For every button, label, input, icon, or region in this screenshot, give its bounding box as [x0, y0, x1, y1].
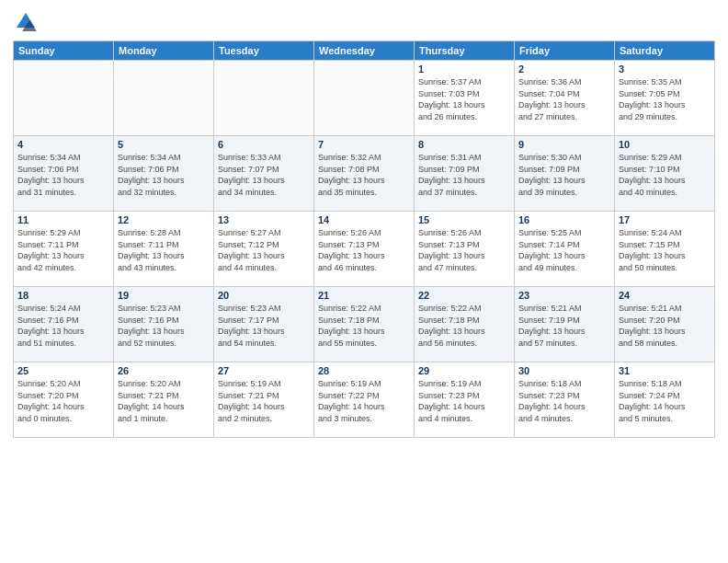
day-info: Sunrise: 5:30 AM Sunset: 7:09 PM Dayligh…: [518, 152, 610, 198]
day-info: Sunrise: 5:20 AM Sunset: 7:21 PM Dayligh…: [118, 378, 210, 424]
day-info: Sunrise: 5:19 AM Sunset: 7:22 PM Dayligh…: [318, 378, 410, 424]
calendar-day-cell: 7Sunrise: 5:32 AM Sunset: 7:08 PM Daylig…: [314, 136, 415, 212]
day-info: Sunrise: 5:29 AM Sunset: 7:11 PM Dayligh…: [17, 227, 109, 273]
day-number: 2: [518, 63, 610, 75]
day-info: Sunrise: 5:24 AM Sunset: 7:15 PM Dayligh…: [619, 227, 711, 273]
day-info: Sunrise: 5:18 AM Sunset: 7:24 PM Dayligh…: [619, 378, 711, 424]
day-info: Sunrise: 5:26 AM Sunset: 7:13 PM Dayligh…: [418, 227, 510, 273]
day-number: 18: [17, 290, 109, 301]
weekday-header-cell: Friday: [515, 41, 615, 61]
day-info: Sunrise: 5:29 AM Sunset: 7:10 PM Dayligh…: [619, 152, 711, 198]
weekday-header-cell: Saturday: [615, 41, 715, 61]
day-number: 30: [518, 365, 610, 376]
day-number: 8: [418, 139, 510, 150]
weekday-header-cell: Tuesday: [214, 41, 314, 61]
day-number: 5: [118, 139, 210, 150]
day-number: 29: [418, 365, 510, 376]
calendar-day-cell: 10Sunrise: 5:29 AM Sunset: 7:10 PM Dayli…: [615, 136, 715, 212]
day-number: 19: [118, 290, 210, 301]
day-number: 22: [418, 290, 510, 301]
calendar-day-cell: 4Sunrise: 5:34 AM Sunset: 7:06 PM Daylig…: [14, 136, 114, 212]
day-number: 3: [619, 63, 711, 75]
day-info: Sunrise: 5:23 AM Sunset: 7:16 PM Dayligh…: [118, 303, 210, 349]
calendar-week-row: 18Sunrise: 5:24 AM Sunset: 7:16 PM Dayli…: [14, 287, 715, 362]
header: [13, 9, 715, 35]
day-number: 16: [518, 214, 610, 225]
day-info: Sunrise: 5:32 AM Sunset: 7:08 PM Dayligh…: [318, 152, 410, 198]
day-info: Sunrise: 5:27 AM Sunset: 7:12 PM Dayligh…: [218, 227, 310, 273]
calendar-day-cell: 1Sunrise: 5:37 AM Sunset: 7:03 PM Daylig…: [415, 61, 515, 136]
day-number: 15: [418, 214, 510, 225]
day-info: Sunrise: 5:34 AM Sunset: 7:06 PM Dayligh…: [118, 152, 210, 198]
calendar-day-cell: 25Sunrise: 5:20 AM Sunset: 7:20 PM Dayli…: [14, 362, 114, 438]
day-number: 25: [17, 365, 109, 376]
day-number: 9: [518, 139, 610, 150]
calendar-day-cell: 18Sunrise: 5:24 AM Sunset: 7:16 PM Dayli…: [14, 287, 114, 362]
calendar-day-cell: 15Sunrise: 5:26 AM Sunset: 7:13 PM Dayli…: [415, 212, 515, 287]
day-number: 23: [518, 290, 610, 301]
day-info: Sunrise: 5:25 AM Sunset: 7:14 PM Dayligh…: [518, 227, 610, 273]
day-info: Sunrise: 5:18 AM Sunset: 7:23 PM Dayligh…: [518, 378, 610, 424]
day-number: 31: [619, 365, 711, 376]
calendar-page: SundayMondayTuesdayWednesdayThursdayFrid…: [0, 0, 728, 563]
calendar-day-cell: 21Sunrise: 5:22 AM Sunset: 7:18 PM Dayli…: [314, 287, 415, 362]
day-info: Sunrise: 5:36 AM Sunset: 7:04 PM Dayligh…: [518, 76, 610, 122]
calendar-day-cell: 17Sunrise: 5:24 AM Sunset: 7:15 PM Dayli…: [615, 212, 715, 287]
day-info: Sunrise: 5:23 AM Sunset: 7:17 PM Dayligh…: [218, 303, 310, 349]
day-info: Sunrise: 5:31 AM Sunset: 7:09 PM Dayligh…: [418, 152, 510, 198]
weekday-header-cell: Wednesday: [314, 41, 415, 61]
logo-icon: [13, 9, 39, 35]
day-number: 10: [619, 139, 711, 150]
calendar-day-cell: 3Sunrise: 5:35 AM Sunset: 7:05 PM Daylig…: [615, 61, 715, 136]
calendar-day-cell: 24Sunrise: 5:21 AM Sunset: 7:20 PM Dayli…: [615, 287, 715, 362]
day-info: Sunrise: 5:37 AM Sunset: 7:03 PM Dayligh…: [418, 76, 510, 122]
calendar-day-cell: 27Sunrise: 5:19 AM Sunset: 7:21 PM Dayli…: [214, 362, 314, 438]
calendar-day-cell: 31Sunrise: 5:18 AM Sunset: 7:24 PM Dayli…: [615, 362, 715, 438]
calendar-body: 1Sunrise: 5:37 AM Sunset: 7:03 PM Daylig…: [14, 61, 715, 438]
day-number: 17: [619, 214, 711, 225]
day-number: 14: [318, 214, 410, 225]
day-number: 6: [218, 139, 310, 150]
day-number: 21: [318, 290, 410, 301]
calendar-day-cell: 12Sunrise: 5:28 AM Sunset: 7:11 PM Dayli…: [114, 212, 214, 287]
day-number: 26: [118, 365, 210, 376]
calendar-day-cell: 26Sunrise: 5:20 AM Sunset: 7:21 PM Dayli…: [114, 362, 214, 438]
calendar-day-cell: 29Sunrise: 5:19 AM Sunset: 7:23 PM Dayli…: [415, 362, 515, 438]
day-number: 11: [17, 214, 109, 225]
calendar-table: SundayMondayTuesdayWednesdayThursdayFrid…: [13, 40, 715, 438]
calendar-day-cell: 14Sunrise: 5:26 AM Sunset: 7:13 PM Dayli…: [314, 212, 415, 287]
calendar-day-cell: [214, 61, 314, 136]
day-info: Sunrise: 5:22 AM Sunset: 7:18 PM Dayligh…: [418, 303, 510, 349]
calendar-day-cell: 6Sunrise: 5:33 AM Sunset: 7:07 PM Daylig…: [214, 136, 314, 212]
day-info: Sunrise: 5:24 AM Sunset: 7:16 PM Dayligh…: [17, 303, 109, 349]
calendar-day-cell: 28Sunrise: 5:19 AM Sunset: 7:22 PM Dayli…: [314, 362, 415, 438]
day-info: Sunrise: 5:21 AM Sunset: 7:19 PM Dayligh…: [518, 303, 610, 349]
calendar-day-cell: 8Sunrise: 5:31 AM Sunset: 7:09 PM Daylig…: [415, 136, 515, 212]
calendar-day-cell: [114, 61, 214, 136]
day-number: 27: [218, 365, 310, 376]
day-number: 24: [619, 290, 711, 301]
day-number: 13: [218, 214, 310, 225]
day-info: Sunrise: 5:21 AM Sunset: 7:20 PM Dayligh…: [619, 303, 711, 349]
day-number: 20: [218, 290, 310, 301]
weekday-header-row: SundayMondayTuesdayWednesdayThursdayFrid…: [14, 41, 715, 61]
day-info: Sunrise: 5:26 AM Sunset: 7:13 PM Dayligh…: [318, 227, 410, 273]
calendar-day-cell: 16Sunrise: 5:25 AM Sunset: 7:14 PM Dayli…: [515, 212, 615, 287]
day-info: Sunrise: 5:34 AM Sunset: 7:06 PM Dayligh…: [17, 152, 109, 198]
calendar-day-cell: 2Sunrise: 5:36 AM Sunset: 7:04 PM Daylig…: [515, 61, 615, 136]
calendar-week-row: 4Sunrise: 5:34 AM Sunset: 7:06 PM Daylig…: [14, 136, 715, 212]
day-info: Sunrise: 5:19 AM Sunset: 7:23 PM Dayligh…: [418, 378, 510, 424]
logo: [13, 9, 42, 35]
day-info: Sunrise: 5:22 AM Sunset: 7:18 PM Dayligh…: [318, 303, 410, 349]
day-info: Sunrise: 5:28 AM Sunset: 7:11 PM Dayligh…: [118, 227, 210, 273]
calendar-day-cell: 9Sunrise: 5:30 AM Sunset: 7:09 PM Daylig…: [515, 136, 615, 212]
weekday-header-cell: Thursday: [415, 41, 515, 61]
day-info: Sunrise: 5:20 AM Sunset: 7:20 PM Dayligh…: [17, 378, 109, 424]
calendar-day-cell: [314, 61, 415, 136]
calendar-day-cell: [14, 61, 114, 136]
calendar-day-cell: 30Sunrise: 5:18 AM Sunset: 7:23 PM Dayli…: [515, 362, 615, 438]
calendar-day-cell: 19Sunrise: 5:23 AM Sunset: 7:16 PM Dayli…: [114, 287, 214, 362]
calendar-week-row: 1Sunrise: 5:37 AM Sunset: 7:03 PM Daylig…: [14, 61, 715, 136]
calendar-day-cell: 11Sunrise: 5:29 AM Sunset: 7:11 PM Dayli…: [14, 212, 114, 287]
day-number: 1: [418, 63, 510, 75]
